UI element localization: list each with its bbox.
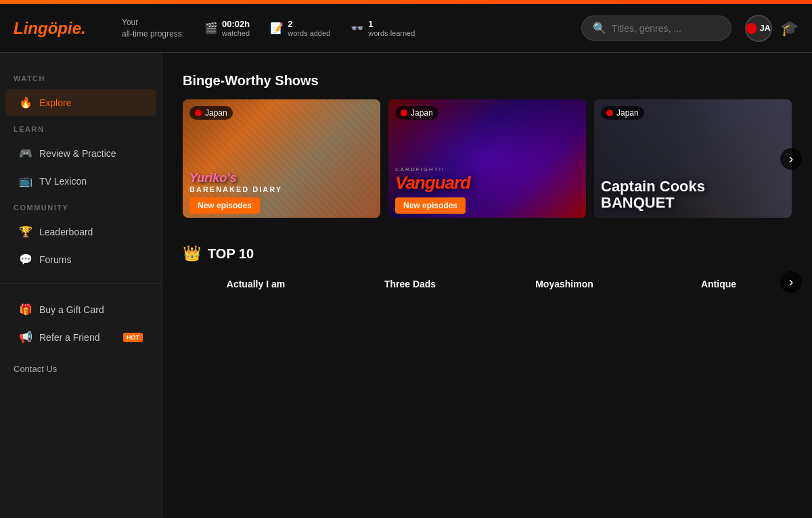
captain-title: Captain Cooks BANQUET xyxy=(601,179,785,211)
watch-icon: 🎬 xyxy=(204,22,218,34)
top10-item-2: 2 THREE DAD Three Dads xyxy=(337,273,483,292)
sidebar-item-explore-label: Explore xyxy=(39,97,71,108)
top10-header: 👑 TOP 10 xyxy=(183,245,792,262)
sidebar-item-contact[interactable]: Contact Us xyxy=(0,356,162,382)
progress-section: Your all-time progress: 🎬 00:02h watched… xyxy=(122,17,568,40)
leaderboard-icon: 🏆 xyxy=(19,225,32,238)
shows-next-button[interactable]: › xyxy=(780,148,802,170)
japan-flag-captain xyxy=(606,110,613,116)
review-icon: 🎮 xyxy=(19,147,32,160)
gift-icon: 🎁 xyxy=(19,303,32,316)
avatar[interactable]: JA xyxy=(745,15,772,42)
forums-icon: 💬 xyxy=(19,253,32,266)
top10-name-2: Three Dads xyxy=(337,273,483,292)
top10-name-1: Actually I am xyxy=(183,273,329,292)
yuriko-title: Yuriko's xyxy=(189,172,374,185)
new-episodes-badge-yuriko: New episodes xyxy=(189,197,260,214)
top10-item-3: 3 OYASHIMON Moyashimon xyxy=(491,273,637,292)
sidebar: WATCH 🔥 Explore LEARN 🎮 Review & Practic… xyxy=(0,53,162,518)
top10-grid: 1 ACTUA Actually I am 2 THREE DAD xyxy=(183,273,792,292)
user-initials: JA xyxy=(759,23,771,33)
words-learned-stat: 👓 1 words learned xyxy=(351,19,415,37)
progress-label: Your all-time progress: xyxy=(122,17,184,40)
words-added-stat: 📝 2 words added xyxy=(270,19,330,37)
yuriko-subtitle: BARENAKED DIARY xyxy=(189,185,374,193)
logo[interactable]: Lingöpie. xyxy=(14,19,108,38)
binge-section-title: Binge-Worthy Shows xyxy=(183,73,792,89)
japan-flag xyxy=(746,23,757,34)
sidebar-item-forums[interactable]: 💬 Forums xyxy=(5,246,156,273)
show-card-yuriko[interactable]: Japan Yuriko's BARENAKED DIARY New episo… xyxy=(183,99,380,218)
sidebar-item-giftcard[interactable]: 🎁 Buy a Gift Card xyxy=(5,296,156,323)
top10-title: TOP 10 xyxy=(208,246,254,262)
top10-next-button[interactable]: › xyxy=(780,271,802,293)
community-section-label: COMMUNITY xyxy=(0,195,162,217)
japan-flag-vanguard xyxy=(401,110,407,116)
shows-carousel: Japan Yuriko's BARENAKED DIARY New episo… xyxy=(183,99,792,218)
country-badge-captain: Japan xyxy=(601,106,644,120)
sidebar-item-explore[interactable]: 🔥 Explore xyxy=(5,89,156,116)
sidebar-divider xyxy=(0,283,162,295)
top10-name-4: Antique xyxy=(646,273,792,292)
words-learned-icon: 👓 xyxy=(351,22,364,34)
top10-name-3: Moyashimon xyxy=(491,273,637,292)
layout: WATCH 🔥 Explore LEARN 🎮 Review & Practic… xyxy=(0,53,812,518)
words-added-icon: 📝 xyxy=(270,22,284,34)
learn-section-label: LEARN xyxy=(0,117,162,139)
watch-section-label: WATCH xyxy=(0,66,162,88)
explore-icon: 🔥 xyxy=(19,96,32,109)
search-icon: 🔍 xyxy=(593,22,606,34)
main-content: Binge-Worthy Shows Japan Yuriko's BARENA… xyxy=(162,53,812,518)
sidebar-item-tvlexicon-label: TV Lexicon xyxy=(39,176,87,187)
top10-item-4: 4 Ant Antique xyxy=(646,273,792,292)
watch-time-stat: 🎬 00:02h watched xyxy=(204,19,250,37)
header: Lingöpie. Your all-time progress: 🎬 00:0… xyxy=(0,4,812,53)
show-card-captain[interactable]: Japan Captain Cooks BANQUET xyxy=(594,99,792,218)
sidebar-item-review[interactable]: 🎮 Review & Practice xyxy=(5,140,156,166)
graduate-icon[interactable]: 🎓 xyxy=(780,20,798,37)
sidebar-item-review-label: Review & Practice xyxy=(39,148,116,159)
search-bar[interactable]: 🔍 xyxy=(581,16,731,41)
vanguard-prefix: CARDFIGHT!! xyxy=(395,166,579,172)
japan-flag-yuriko xyxy=(195,110,202,116)
country-badge-yuriko: Japan xyxy=(189,106,233,120)
sidebar-item-leaderboard-label: Leaderboard xyxy=(39,227,93,237)
sidebar-item-leaderboard[interactable]: 🏆 Leaderboard xyxy=(5,218,156,245)
sidebar-item-tvlexicon[interactable]: 📺 TV Lexicon xyxy=(5,168,156,194)
crown-icon: 👑 xyxy=(183,245,201,262)
search-input[interactable] xyxy=(612,23,720,34)
show-card-vanguard[interactable]: Japan CARDFIGHT!! Vanguard New episodes xyxy=(388,99,586,218)
sidebar-item-giftcard-label: Buy a Gift Card xyxy=(39,304,104,315)
sidebar-item-forums-label: Forums xyxy=(39,254,71,265)
hot-badge: HOT xyxy=(123,333,143,342)
vanguard-title: Vanguard xyxy=(395,172,579,193)
country-badge-vanguard: Japan xyxy=(395,106,438,120)
sidebar-item-refer-label: Refer a Friend xyxy=(39,332,99,343)
refer-icon: 📢 xyxy=(19,331,32,344)
header-icons: JA 🎓 xyxy=(745,15,798,42)
tv-icon: 📺 xyxy=(19,174,32,187)
new-episodes-badge-vanguard: New episodes xyxy=(395,197,466,214)
top10-item-1: 1 ACTUA Actually I am xyxy=(183,273,329,292)
sidebar-item-refer[interactable]: 📢 Refer a Friend HOT xyxy=(5,324,156,350)
